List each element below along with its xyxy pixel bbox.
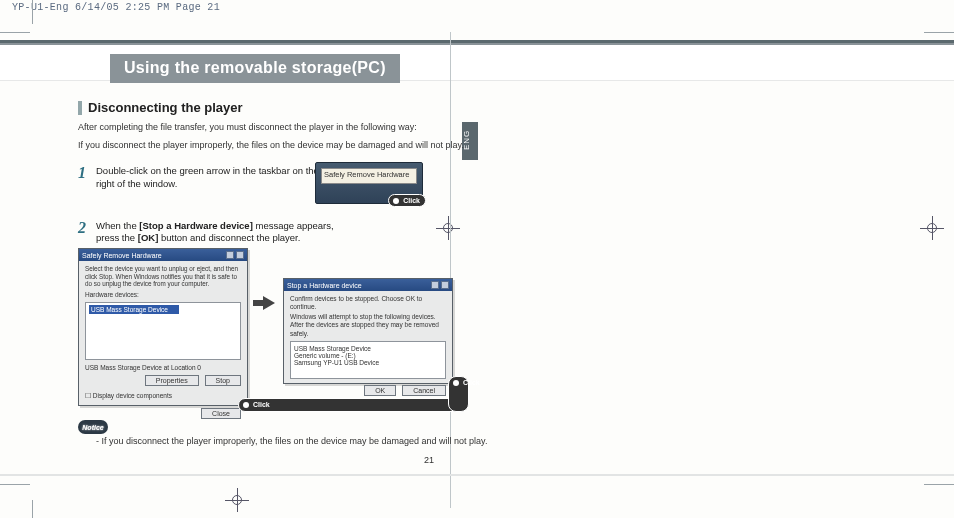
bottom-rule xyxy=(0,474,954,476)
dialog1-checkbox: ☐ Display device components xyxy=(85,392,241,400)
step2-bold2: [OK] xyxy=(138,232,159,243)
window-controls xyxy=(226,251,244,259)
intro-line-1: After completing the file transfer, you … xyxy=(78,121,478,133)
step2-post: button and disconnect the player. xyxy=(158,232,300,243)
ok-button: OK xyxy=(364,385,396,396)
window-controls xyxy=(431,281,449,289)
page-number: 21 xyxy=(424,455,434,465)
click-callout: Click xyxy=(388,194,426,207)
crop-tick xyxy=(32,500,33,518)
dialog2-device-list: USB Mass Storage Device Generic volume -… xyxy=(290,341,446,379)
crop-tick xyxy=(0,484,30,485)
dialog1-title: Safely Remove Hardware xyxy=(82,252,162,259)
arrow-icon xyxy=(263,296,275,310)
dialog-screenshots: Safely Remove Hardware Select the device… xyxy=(78,248,458,408)
close-icon xyxy=(236,251,244,259)
properties-button: Properties xyxy=(145,375,199,386)
registration-mark xyxy=(225,488,249,512)
dialog2-item3: Samsung YP-U1 USB Device xyxy=(294,359,442,366)
dialog2-msg1: Confirm devices to be stopped. Choose OK… xyxy=(290,295,446,311)
dialog2-title: Stop a Hardware device xyxy=(287,282,362,289)
click-callout: Click xyxy=(448,376,469,412)
click-callout: Click xyxy=(238,398,462,412)
close-button: Close xyxy=(201,408,241,419)
help-icon xyxy=(226,251,234,259)
dialog1-instructions: Select the device you want to unplug or … xyxy=(85,265,241,288)
close-icon xyxy=(441,281,449,289)
step-number: 2 xyxy=(78,220,90,245)
section-intro: After completing the file transfer, you … xyxy=(78,121,478,151)
print-slug: YP-U1-Eng 6/14/05 2:25 PM Page 21 xyxy=(12,2,220,13)
crop-tick xyxy=(924,32,954,33)
crop-tick xyxy=(0,32,30,33)
stop-button: Stop xyxy=(205,375,241,386)
step-text: When the [Stop a Hardware device] messag… xyxy=(96,220,356,245)
dialog2-item2: Generic volume - (E:) xyxy=(294,352,442,359)
step2-bold1: [Stop a Hardware device] xyxy=(139,220,253,231)
step2-pre: When the xyxy=(96,220,139,231)
step-2: 2 When the [Stop a Hardware device] mess… xyxy=(78,220,478,245)
dialog2-item1: USB Mass Storage Device xyxy=(294,345,442,352)
section-heading: Disconnecting the player xyxy=(78,100,478,115)
heading-bar-icon xyxy=(78,101,82,115)
stop-hardware-dialog: Stop a Hardware device Confirm devices t… xyxy=(283,278,453,384)
taskbar-screenshot: Safely Remove Hardware Click xyxy=(315,162,423,204)
safely-remove-dialog: Safely Remove Hardware Select the device… xyxy=(78,248,248,406)
dialog1-location: USB Mass Storage Device at Location 0 xyxy=(85,364,241,371)
dialog2-msg2: Windows will attempt to stop the followi… xyxy=(290,313,446,337)
intro-line-2: If you disconnect the player improperly,… xyxy=(78,139,478,151)
crop-tick xyxy=(32,0,33,24)
cancel-button: Cancel xyxy=(402,385,446,396)
dialog1-titlebar: Safely Remove Hardware xyxy=(79,249,247,261)
section-title: Disconnecting the player xyxy=(88,100,243,115)
dialog1-selected-device: USB Mass Storage Device xyxy=(89,305,179,314)
taskbar-tooltip: Safely Remove Hardware xyxy=(324,170,409,179)
dialog1-hw-label: Hardware devices: xyxy=(85,291,241,298)
help-icon xyxy=(431,281,439,289)
registration-mark xyxy=(920,216,944,240)
crop-tick xyxy=(924,484,954,485)
dialog1-device-list: USB Mass Storage Device xyxy=(85,302,241,360)
dialog2-titlebar: Stop a Hardware device xyxy=(284,279,452,291)
dialog1-checkbox-label: Display device components xyxy=(93,392,172,399)
notice-row: Notice xyxy=(78,420,108,434)
notice-text: - If you disconnect the player improperl… xyxy=(96,436,487,446)
step-number: 1 xyxy=(78,165,90,190)
notice-badge-icon: Notice xyxy=(78,420,108,434)
chapter-title: Using the removable storage(PC) xyxy=(110,54,400,83)
